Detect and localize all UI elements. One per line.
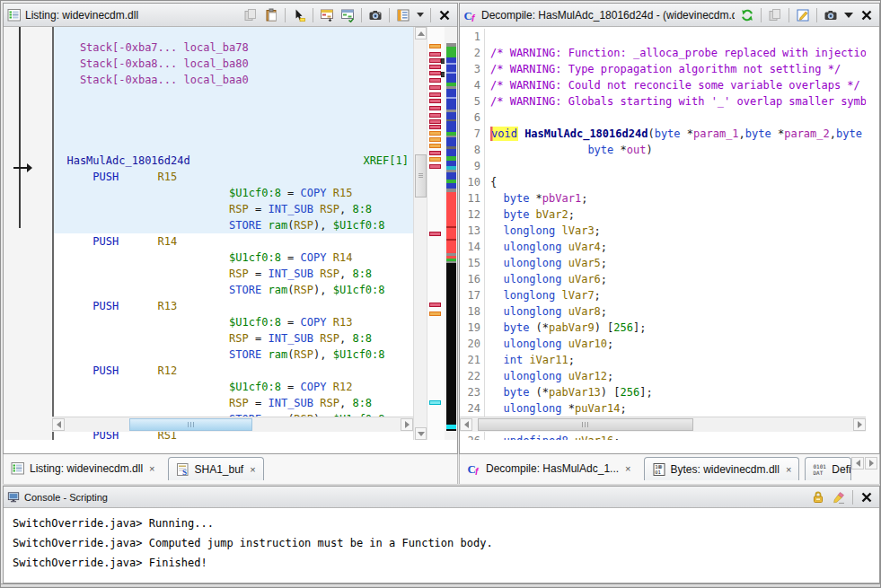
listing-horizontal-scrollbar[interactable] — [52, 417, 413, 432]
tab-decompile[interactable]: Cf Decompile: HasMulAdc_1... × — [460, 457, 639, 480]
bookmark-marker[interactable] — [429, 44, 441, 48]
console-titlebar[interactable]: Console - Scripting — [4, 487, 879, 508]
bookmark-marker[interactable] — [429, 400, 441, 405]
close-icon[interactable] — [436, 6, 454, 24]
scroll-left-arrow[interactable] — [460, 418, 472, 431]
listing-titlebar[interactable]: Listing: widevinecdm.dll — [4, 4, 457, 27]
listing-content[interactable]: Stack[-0xba7... local_ba78 Stack[-0xba8.… — [4, 27, 457, 440]
tab-close-icon[interactable]: × — [149, 463, 154, 474]
listing-line[interactable]: Stack[-0xbaa... local_baa0 — [54, 72, 413, 88]
scroll-left-arrow[interactable] — [52, 418, 65, 431]
bookmark-marker[interactable] — [429, 312, 441, 316]
code-line[interactable]: 13 longlong lVar3; — [460, 223, 866, 239]
bookmark-marker[interactable] — [429, 52, 441, 57]
listing-code-field[interactable]: Stack[-0xba7... local_ba78 Stack[-0xba8.… — [52, 27, 413, 440]
code-line[interactable]: 11 byte *pbVar1; — [460, 190, 866, 206]
listing-line[interactable]: PUSH R12 — [54, 363, 413, 379]
code-line[interactable]: 15 ulonglong uVar5; — [460, 255, 866, 271]
refresh-icon[interactable] — [738, 6, 756, 24]
listing-line[interactable]: $U1cf0:8 = COPY R14 — [54, 250, 413, 266]
tab-listing[interactable]: Listing: widevinecdm.dll × — [4, 457, 163, 480]
bookmark-marker[interactable] — [429, 58, 441, 63]
bookmark-marker[interactable] — [429, 144, 441, 148]
clear-console-icon[interactable] — [830, 488, 848, 506]
close-icon[interactable] — [858, 6, 876, 24]
listing-line[interactable]: RSP = INT_SUB RSP, 8:8 — [54, 201, 413, 217]
listing-line[interactable]: HasMulAdc_18016d24dXREF[1] — [54, 153, 413, 169]
bookmark-marker[interactable] — [429, 164, 441, 169]
code-line[interactable]: 2/* WARNING: Function: _alloca_probe rep… — [460, 45, 866, 61]
decompile-code-area[interactable]: 12/* WARNING: Function: _alloca_probe re… — [460, 27, 866, 440]
tab-close-icon[interactable]: × — [786, 464, 791, 475]
snapshot-camera-icon[interactable] — [822, 6, 840, 24]
bookmark-marker[interactable] — [429, 157, 441, 162]
listing-line[interactable] — [54, 136, 413, 153]
program-view-icon[interactable] — [394, 6, 412, 24]
code-line[interactable]: 6 — [460, 110, 866, 126]
code-line[interactable]: 12 byte bVar2; — [460, 206, 866, 223]
copy-icon[interactable] — [766, 6, 784, 24]
listing-line[interactable]: STORE ram(RSP), $U1cf0:8 — [54, 217, 413, 233]
vscroll-thumb[interactable] — [415, 154, 427, 197]
listing-line[interactable] — [54, 120, 413, 136]
paste-icon[interactable] — [262, 6, 280, 24]
decompile-horizontal-scrollbar[interactable] — [460, 417, 866, 432]
code-line[interactable]: 5/* WARNING: Globals starting with '_' o… — [460, 93, 866, 110]
listing-line[interactable]: $U1cf0:8 = COPY R12 — [54, 379, 413, 395]
listing-line[interactable]: PUSH R13 — [54, 298, 413, 314]
scroll-up-arrow[interactable] — [415, 27, 427, 39]
scroll-right-arrow[interactable] — [401, 418, 413, 431]
code-line[interactable]: 22 ulonglong uVar12; — [460, 368, 866, 384]
bookmark-marker[interactable] — [429, 113, 441, 118]
code-line[interactable]: 8 byte *out) — [460, 142, 866, 158]
bookmark-marker[interactable] — [429, 99, 441, 103]
scroll-down-arrow[interactable] — [415, 427, 427, 440]
listing-vertical-scrollbar[interactable] — [413, 27, 427, 440]
listing-line[interactable]: STORE ram(RSP), $U1cf0:8 — [54, 347, 413, 363]
code-line[interactable]: 18 ulonglong uVar8; — [460, 303, 866, 320]
listing-line[interactable]: PUSH R15 — [54, 169, 413, 185]
bookmark-marker[interactable] — [429, 232, 441, 236]
marker-margin[interactable] — [427, 27, 445, 440]
code-line[interactable]: 20 ulonglong uVar10; — [460, 336, 866, 352]
bookmark-marker[interactable] — [429, 119, 441, 124]
overview-margin[interactable] — [445, 27, 457, 440]
code-line[interactable]: 1 — [460, 29, 866, 45]
bookmark-marker[interactable] — [429, 71, 441, 75]
bookmark-marker[interactable] — [429, 137, 441, 142]
code-line[interactable]: 4/* WARNING: Could not reconcile some va… — [460, 77, 866, 93]
listing-line[interactable]: RSP = INT_SUB RSP, 8:8 — [54, 395, 413, 411]
tab-bytes[interactable]: 10001 Bytes: widevinecdm.dll × — [644, 457, 800, 480]
tab-scroll-right-icon[interactable] — [865, 457, 877, 470]
listing-line[interactable] — [54, 104, 413, 120]
code-line[interactable]: 23 byte (*pabVar13) [256]; — [460, 384, 866, 400]
copy-icon[interactable] — [242, 6, 260, 24]
snapshot-camera-icon[interactable] — [366, 6, 384, 24]
tab-close-icon[interactable]: × — [250, 464, 255, 475]
listing-line[interactable]: STORE ram(RSP), $U1cf0:8 — [54, 282, 413, 298]
listing-line[interactable]: RSP = INT_SUB RSP, 8:8 — [54, 266, 413, 282]
close-icon[interactable] — [858, 488, 876, 506]
diff-view-icon[interactable] — [318, 6, 336, 24]
hscroll-thumb[interactable] — [129, 418, 252, 431]
scroll-lock-icon[interactable] — [809, 488, 827, 506]
tab-sha1-buf[interactable]: S SHA1_buf × — [168, 457, 264, 480]
edit-icon[interactable] — [794, 6, 812, 24]
listing-line[interactable]: Stack[-0xba7... local_ba78 — [54, 39, 413, 56]
code-line[interactable]: 21 int iVar11; — [460, 352, 866, 368]
bookmark-marker[interactable] — [429, 92, 441, 97]
code-line[interactable]: 14 ulonglong uVar4; — [460, 239, 866, 255]
code-line[interactable]: 3/* WARNING: Type propagation algorithm … — [460, 61, 866, 77]
code-line[interactable]: 16 ulonglong uVar6; — [460, 271, 866, 287]
code-line[interactable]: 24 ulonglong *puVar14; — [460, 400, 866, 417]
code-line[interactable]: 26 undefined8 uVar16; — [460, 433, 866, 440]
bookmark-marker[interactable] — [429, 65, 441, 69]
bookmark-marker[interactable] — [429, 85, 441, 90]
tab-defined-strings[interactable]: 0101DAT Defined String — [805, 457, 851, 480]
bookmark-marker[interactable] — [429, 131, 441, 136]
code-line[interactable]: 10{ — [460, 174, 866, 190]
listing-line[interactable]: Stack[-0xba8... local_ba80 — [54, 56, 413, 72]
bookmark-marker[interactable] — [429, 106, 441, 110]
tab-scroll-left-icon[interactable] — [851, 457, 864, 470]
listing-line[interactable]: $U1cf0:8 = COPY R13 — [54, 314, 413, 330]
